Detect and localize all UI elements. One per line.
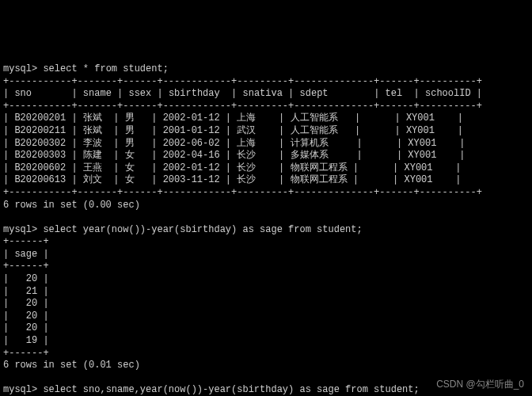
table2-header-row: | sage | xyxy=(3,249,49,260)
prompt: mysql> select year(now())-year(sbirthday… xyxy=(3,224,363,235)
query-3: select sno,sname,year(now())-year(sbirth… xyxy=(43,384,419,395)
query-2: select year(now())-year(sbirthday) as sa… xyxy=(43,224,362,235)
prompt: mysql> select * from student; xyxy=(3,63,169,74)
prompt: mysql> select sno,sname,year(now())-year… xyxy=(3,384,420,395)
terminal-output: mysql> select * from student; +---------… xyxy=(0,49,532,396)
table2-border: +------+ xyxy=(3,348,49,359)
table-row: | B20200211 | 张斌 | 男 | 2001-01-12 | 武汉 |… xyxy=(3,125,463,136)
table1-border: +-----------+-------+------+------------… xyxy=(3,187,482,198)
watermark: CSDN @勾栏听曲_0 xyxy=(436,379,524,391)
table1-footer: 6 rows in set (0.00 sec) xyxy=(3,200,140,211)
table-row: | B20200602 | 王燕 | 女 | 2002-01-12 | 长沙 |… xyxy=(3,162,462,173)
table-row: | B20200303 | 陈建 | 女 | 2002-04-16 | 长沙 |… xyxy=(3,150,465,161)
table1-border: +-----------+-------+------+------------… xyxy=(3,101,482,112)
table-row: | 20 | xyxy=(3,298,49,309)
table-row: | B20200201 | 张斌 | 男 | 2002-01-12 | 上海 |… xyxy=(3,112,463,124)
query-1: select * from student; xyxy=(43,63,168,74)
table1-header-row: | sno | sname | ssex | sbirthday | snati… xyxy=(3,88,482,99)
table-row: | 20 | xyxy=(3,310,49,322)
table-row: | 20 | xyxy=(3,273,49,284)
table-row: | 20 | xyxy=(3,322,49,333)
table1-border: +-----------+-------+------+------------… xyxy=(3,76,482,87)
table-row: | 19 | xyxy=(3,335,49,346)
table-row: | B20200302 | 李波 | 男 | 2002-06-02 | 上海 |… xyxy=(3,138,465,149)
table-row: | B20200613 | 刘文 | 女 | 2003-11-12 | 长沙 |… xyxy=(3,174,462,185)
table2-border: +------+ xyxy=(3,236,49,247)
table2-border: +------+ xyxy=(3,261,49,272)
table2-footer: 6 rows in set (0.01 sec) xyxy=(3,360,140,371)
table-row: | 21 | xyxy=(3,286,49,297)
